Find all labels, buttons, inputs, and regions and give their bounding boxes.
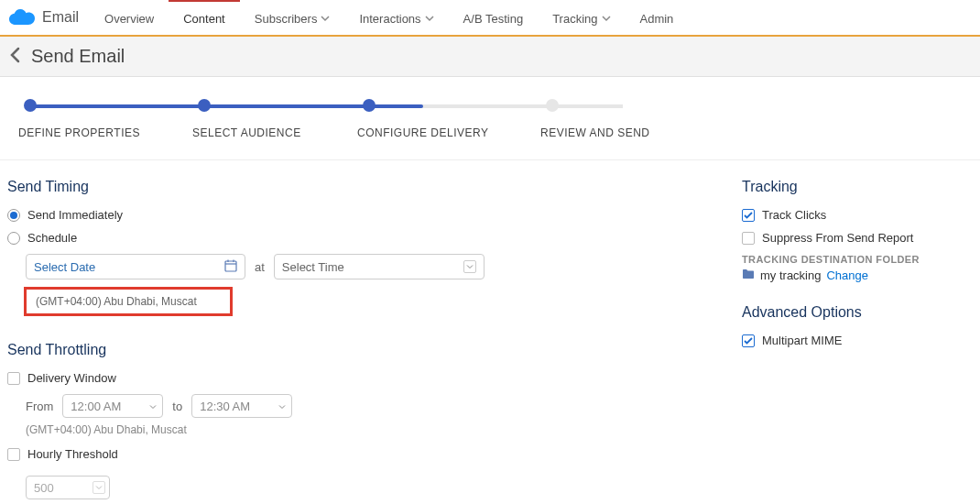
- at-label: at: [255, 260, 265, 274]
- left-column: Send Timing Send Immediately Schedule Se…: [7, 179, 667, 499]
- from-value: 12:00 AM: [71, 400, 121, 413]
- step-dot-icon: [363, 99, 376, 112]
- time-placeholder: Select Time: [282, 260, 344, 274]
- checkbox-icon: [7, 372, 20, 385]
- checkbox-label: Multipart MIME: [762, 334, 842, 347]
- svg-rect-0: [225, 261, 236, 271]
- checkbox-label: Suppress From Send Report: [762, 231, 913, 245]
- checkbox-multipart-mime[interactable]: Multipart MIME: [742, 334, 953, 347]
- delivery-window-row: From 12:00 AM to 12:30 AM: [26, 394, 667, 418]
- change-folder-link[interactable]: Change: [826, 268, 868, 282]
- brand: Email: [0, 6, 90, 28]
- chevron-down-icon: [278, 400, 286, 413]
- checkbox-delivery-window[interactable]: Delivery Window: [7, 371, 667, 385]
- step-define-properties[interactable]: DEFINE PROPERTIES: [18, 99, 192, 139]
- chevron-down-icon: [463, 260, 476, 273]
- stepper: DEFINE PROPERTIES SELECT AUDIENCE CONFIG…: [0, 77, 980, 160]
- step-dot-icon: [198, 99, 211, 112]
- checkbox-hourly-threshold[interactable]: Hourly Threshold: [7, 447, 667, 461]
- tab-content[interactable]: Content: [169, 0, 240, 35]
- back-icon[interactable]: [7, 47, 24, 66]
- section-title-throttling: Send Throttling: [7, 342, 667, 358]
- tab-admin[interactable]: Admin: [626, 0, 689, 35]
- right-column: Tracking Track Clicks Suppress From Send…: [742, 179, 962, 499]
- page-title: Send Email: [31, 46, 125, 67]
- calendar-icon: [224, 259, 237, 275]
- tracking-folder-name: my tracking: [760, 268, 821, 282]
- radio-send-immediately[interactable]: Send Immediately: [7, 208, 667, 222]
- radio-schedule[interactable]: Schedule: [7, 231, 667, 245]
- chevron-down-icon: [93, 481, 105, 494]
- cloud-icon: [9, 6, 35, 28]
- step-configure-delivery[interactable]: CONFIGURE DELIVERY: [357, 99, 540, 139]
- main: Send Timing Send Immediately Schedule Se…: [0, 160, 980, 504]
- from-label: From: [26, 400, 53, 413]
- folder-icon: [742, 268, 755, 282]
- section-title-tracking: Tracking: [742, 179, 953, 195]
- step-select-audience[interactable]: SELECT AUDIENCE: [192, 99, 357, 139]
- step-dot-icon: [24, 99, 37, 112]
- checkbox-label: Delivery Window: [27, 371, 116, 385]
- top-nav: Email Overview Content Subscribers Inter…: [0, 0, 980, 37]
- throttling-section: Send Throttling Delivery Window From 12:…: [7, 342, 667, 499]
- tracking-section: Tracking Track Clicks Suppress From Send…: [742, 179, 953, 282]
- to-time-select[interactable]: 12:30 AM: [191, 394, 292, 418]
- chevron-down-icon: [602, 12, 611, 26]
- radio-label: Schedule: [27, 231, 77, 245]
- time-input[interactable]: Select Time: [274, 254, 485, 279]
- threshold-input[interactable]: 500: [26, 476, 110, 499]
- step-dot-icon: [546, 99, 559, 112]
- checkbox-icon: [7, 448, 20, 461]
- date-input[interactable]: Select Date: [26, 254, 245, 279]
- checkbox-icon: [742, 232, 755, 245]
- section-title-advanced: Advanced Options: [742, 304, 953, 321]
- chevron-down-icon: [425, 12, 434, 26]
- tracking-folder-label: TRACKING DESTINATION FOLDER: [742, 254, 953, 265]
- threshold-value: 500: [34, 481, 54, 495]
- tab-subscribers[interactable]: Subscribers: [240, 0, 345, 35]
- to-label: to: [172, 400, 182, 413]
- timezone-display: (GMT+04:00) Abu Dhabi, Muscat: [24, 287, 233, 316]
- checkbox-icon: [742, 334, 755, 347]
- brand-product: Email: [42, 9, 79, 26]
- tracking-folder-row: my tracking Change: [742, 268, 953, 282]
- page-header: Send Email: [0, 37, 980, 77]
- radio-icon: [7, 232, 20, 245]
- advanced-section: Advanced Options Multipart MIME: [742, 304, 953, 347]
- checkbox-suppress-report[interactable]: Suppress From Send Report: [742, 231, 953, 245]
- tab-overview[interactable]: Overview: [90, 0, 169, 35]
- nav-tabs: Overview Content Subscribers Interaction…: [90, 0, 688, 35]
- date-placeholder: Select Date: [34, 260, 95, 274]
- step-review-send[interactable]: REVIEW AND SEND: [540, 99, 705, 139]
- checkbox-track-clicks[interactable]: Track Clicks: [742, 208, 953, 222]
- radio-icon: [7, 209, 20, 222]
- radio-label: Send Immediately: [27, 208, 123, 222]
- to-value: 12:30 AM: [200, 400, 250, 413]
- section-title-timing: Send Timing: [7, 179, 667, 195]
- checkbox-icon: [742, 209, 755, 222]
- chevron-down-icon: [149, 400, 157, 413]
- tab-ab-testing[interactable]: A/B Testing: [449, 0, 539, 35]
- tab-tracking[interactable]: Tracking: [538, 0, 625, 35]
- checkbox-label: Track Clicks: [762, 208, 826, 222]
- from-time-select[interactable]: 12:00 AM: [62, 394, 163, 418]
- schedule-row: Select Date at Select Time: [26, 254, 667, 279]
- tab-interactions[interactable]: Interactions: [344, 0, 448, 35]
- throttling-timezone: (GMT+04:00) Abu Dhabi, Muscat: [26, 423, 667, 436]
- chevron-down-icon: [321, 12, 330, 26]
- checkbox-label: Hourly Threshold: [27, 447, 118, 461]
